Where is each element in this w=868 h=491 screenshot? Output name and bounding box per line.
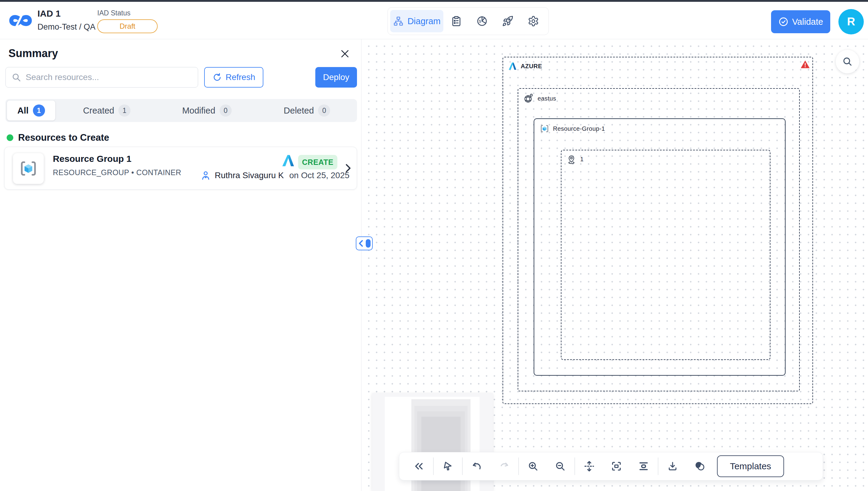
view-toolbar: Diagram $ xyxy=(387,7,549,35)
filter-tabs: All 1 Created 1 Modified 0 Deleted 0 xyxy=(5,99,357,122)
tab-modified[interactable]: Modified 0 xyxy=(157,99,257,122)
zoom-in-button[interactable] xyxy=(520,455,546,478)
breadcrumb: Demo-Test / QA xyxy=(37,22,95,32)
azure-logo-icon xyxy=(281,154,295,168)
toolbar-divider xyxy=(518,458,519,475)
iad-status-label: IAD Status xyxy=(97,9,131,17)
tab-all[interactable]: All 1 xyxy=(7,100,55,120)
toolbar-divider xyxy=(462,458,463,475)
collapse-toolbar-button[interactable] xyxy=(406,455,432,478)
panel-collapse-handle[interactable] xyxy=(356,236,373,250)
deploy-button[interactable]: Deploy xyxy=(315,67,357,88)
canvas-search-button[interactable] xyxy=(836,50,859,74)
create-status-dot xyxy=(7,134,13,141)
undo-button[interactable] xyxy=(464,455,490,478)
resource-subtitle: RESOURCE_GROUP • CONTAINER xyxy=(53,168,181,177)
create-badge: CREATE xyxy=(298,155,337,169)
tab-created-count: 1 xyxy=(118,105,131,117)
toolbar-divider xyxy=(574,458,575,475)
fit-vertical-button[interactable] xyxy=(576,455,602,478)
search-icon xyxy=(842,56,853,67)
fit-screen-icon xyxy=(611,461,622,472)
contrast-theme-icon xyxy=(694,460,706,472)
globe-region-icon xyxy=(523,93,534,104)
tab-created-label: Created xyxy=(83,106,114,116)
cursor-icon xyxy=(442,461,454,472)
panel-title: Summary xyxy=(8,47,58,60)
diagram-canvas[interactable]: AZURE eastus xyxy=(362,39,868,491)
resource-date: on Oct 25, 2025 xyxy=(289,171,349,180)
toolbar-divider xyxy=(433,458,434,475)
avatar-initial: R xyxy=(847,16,855,28)
resource-group-icon-box xyxy=(13,153,44,184)
region-container-node[interactable]: eastus Resource-Group-1 xyxy=(518,88,800,392)
svg-text:$: $ xyxy=(479,19,482,24)
fit-height-icon xyxy=(638,461,649,472)
tab-modified-label: Modified xyxy=(182,106,215,116)
checklist-button[interactable] xyxy=(444,10,469,32)
summary-panel: Summary Refresh Deploy All xyxy=(0,39,361,491)
tab-all-count: 1 xyxy=(33,105,45,117)
availability-zone-node[interactable]: 1 xyxy=(561,150,771,360)
zoom-in-icon xyxy=(527,461,539,472)
user-avatar[interactable]: R xyxy=(838,9,864,34)
tab-all-label: All xyxy=(17,106,28,116)
status-badge: Draft xyxy=(97,19,158,33)
resource-group-icon xyxy=(19,159,38,178)
section-title: Resources to Create xyxy=(18,132,109,143)
zone-label: 1 xyxy=(580,156,584,163)
close-icon xyxy=(340,48,350,59)
refresh-button[interactable]: Refresh xyxy=(204,67,263,88)
zoom-out-button[interactable] xyxy=(547,455,573,478)
region-label: eastus xyxy=(538,95,556,102)
search-box xyxy=(5,67,198,88)
check-circle-icon xyxy=(778,17,788,27)
chevron-left-icon xyxy=(358,240,364,247)
tab-deleted-count: 0 xyxy=(318,105,330,117)
owner-row: Ruthra Sivaguru K on Oct 25, 2025 xyxy=(200,170,349,181)
settings-button[interactable] xyxy=(521,10,546,32)
resource-card[interactable]: Resource Group 1 RESOURCE_GROUP • CONTAI… xyxy=(4,147,357,190)
undo-icon xyxy=(471,461,483,472)
azure-container-label: AZURE xyxy=(521,63,542,70)
templates-button[interactable]: Templates xyxy=(717,455,784,477)
fit-height-button[interactable] xyxy=(631,455,657,478)
warning-icon[interactable] xyxy=(800,60,810,69)
cost-button[interactable]: $ xyxy=(470,10,495,32)
resource-group-icon xyxy=(540,124,549,134)
tab-deleted-label: Deleted xyxy=(284,106,314,116)
tab-modified-count: 0 xyxy=(220,105,232,117)
search-input[interactable] xyxy=(26,73,193,82)
toolbar-divider xyxy=(658,458,658,475)
close-panel-button[interactable] xyxy=(338,47,352,61)
validate-button[interactable]: Validate xyxy=(771,10,830,33)
chevron-right-icon[interactable] xyxy=(343,162,352,174)
cost-pie-icon: $ xyxy=(476,16,488,27)
tab-diagram[interactable]: Diagram xyxy=(390,10,443,32)
app-header: IAD 1 Demo-Test / QA IAD Status Draft Di… xyxy=(0,2,868,39)
download-icon xyxy=(667,461,678,472)
contrast-button[interactable] xyxy=(687,455,713,478)
fit-screen-button[interactable] xyxy=(603,455,629,478)
resource-title: Resource Group 1 xyxy=(53,154,132,164)
section-header: Resources to Create xyxy=(7,132,109,143)
tab-deleted[interactable]: Deleted 0 xyxy=(257,99,357,122)
resource-group-node[interactable]: Resource-Group-1 1 xyxy=(534,118,785,376)
zoom-out-icon xyxy=(554,461,566,472)
tab-created[interactable]: Created 1 xyxy=(57,99,157,122)
launch-button[interactable] xyxy=(495,10,520,32)
app-root: IAD 1 Demo-Test / QA IAD Status Draft Di… xyxy=(0,0,868,491)
search-icon xyxy=(11,72,22,82)
deploy-label: Deploy xyxy=(323,73,349,82)
select-tool-button[interactable] xyxy=(435,455,461,478)
checklist-icon xyxy=(451,16,462,27)
tab-diagram-label: Diagram xyxy=(407,16,441,26)
azure-container-node[interactable]: AZURE eastus xyxy=(502,57,813,404)
redo-button[interactable] xyxy=(491,455,517,478)
download-button[interactable] xyxy=(660,455,686,478)
gear-icon xyxy=(528,16,539,27)
iad-title: IAD 1 xyxy=(37,8,61,19)
diagram-icon xyxy=(393,16,404,27)
fit-vertical-icon xyxy=(583,461,595,472)
location-pin-icon xyxy=(566,154,577,164)
